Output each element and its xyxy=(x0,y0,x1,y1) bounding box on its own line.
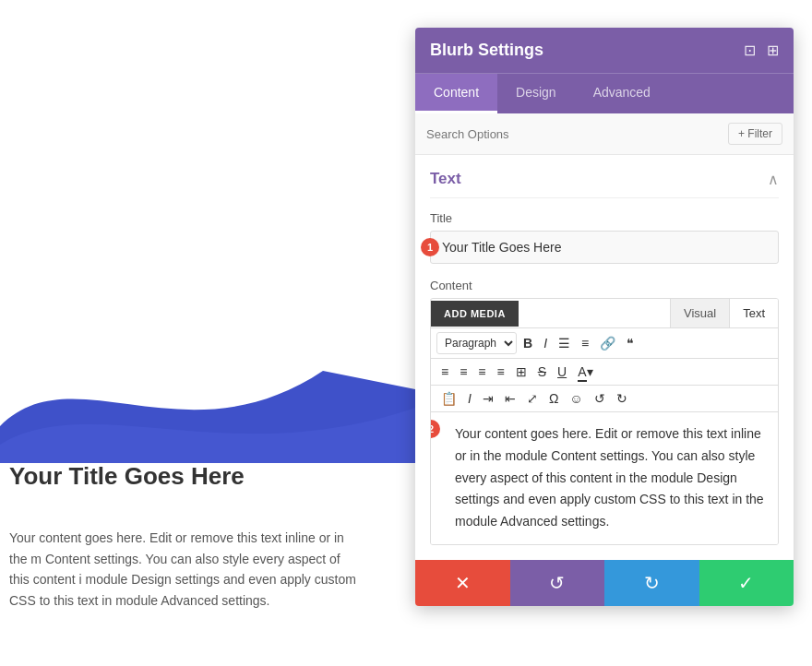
editor-top-bar: ADD MEDIA Visual Text xyxy=(431,299,778,328)
redo-editor-button[interactable]: ↻ xyxy=(612,389,632,408)
expand-icon[interactable]: ⊡ xyxy=(744,42,756,59)
format-bar-row3: 📋 I ⇥ ⇤ ⤢ Ω ☺ ↺ ↻ xyxy=(431,386,778,412)
undo-editor-button[interactable]: ↺ xyxy=(590,389,610,408)
link-button[interactable]: 🔗 xyxy=(595,334,620,352)
text-view-button[interactable]: Text xyxy=(729,299,778,327)
section-header: Text ∧ xyxy=(430,155,779,198)
wave-shape xyxy=(0,279,415,463)
redo-button[interactable]: ↻ xyxy=(604,560,699,606)
undo-button[interactable]: ↺ xyxy=(510,560,605,606)
settings-panel: Blurb Settings ⊡ ⊞ Content Design Advanc… xyxy=(415,28,794,606)
section-title: Text xyxy=(430,170,461,188)
badge-2: 2 xyxy=(430,420,440,438)
editor-text: Your content goes here. Edit or remove t… xyxy=(455,423,767,533)
format-bar-row1: Paragraph B I ☰ ≡ 🔗 ❝ xyxy=(431,328,778,359)
panel-header-icons: ⊡ ⊞ xyxy=(744,42,779,59)
align-left-button[interactable]: ≡ xyxy=(436,363,453,381)
tab-design[interactable]: Design xyxy=(497,74,575,113)
canvas-title: Your Title Goes Here xyxy=(9,462,245,491)
search-input[interactable] xyxy=(426,127,728,141)
section-toggle-icon[interactable]: ∧ xyxy=(768,171,779,188)
panel-header: Blurb Settings ⊡ ⊞ xyxy=(415,28,794,73)
panel-tabs: Content Design Advanced xyxy=(415,73,794,113)
panel-title: Blurb Settings xyxy=(430,41,543,60)
underline-button[interactable]: U xyxy=(553,363,571,381)
outdent-button[interactable]: ⇤ xyxy=(500,389,520,408)
indent-button[interactable]: ⇥ xyxy=(478,389,498,408)
visual-view-button[interactable]: Visual xyxy=(670,299,729,327)
badge-1: 1 xyxy=(421,238,439,256)
text-color-button[interactable]: A▾ xyxy=(573,363,597,381)
cancel-button[interactable]: ✕ xyxy=(415,560,510,606)
editor-toolbar: ADD MEDIA Visual Text Paragraph B I ☰ ≡ … xyxy=(430,298,779,545)
search-bar: + Filter xyxy=(415,113,794,155)
paste-button[interactable]: 📋 xyxy=(436,389,461,408)
ordered-list-button[interactable]: ≡ xyxy=(577,334,593,352)
special-char-button[interactable]: Ω xyxy=(544,389,563,408)
tab-advanced[interactable]: Advanced xyxy=(575,74,669,113)
editor-content-area[interactable]: 2 Your content goes here. Edit or remove… xyxy=(431,412,778,544)
italic-button[interactable]: I xyxy=(539,334,552,352)
columns-icon[interactable]: ⊞ xyxy=(767,42,779,59)
justify-button[interactable]: ≡ xyxy=(493,363,509,381)
align-center-button[interactable]: ≡ xyxy=(455,363,472,381)
tab-content[interactable]: Content xyxy=(415,74,497,113)
panel-body: Text ∧ Title 1 Content ADD MEDIA Visual … xyxy=(415,155,794,560)
canvas-content: Your content goes here. Edit or remove t… xyxy=(9,528,360,611)
content-field-label: Content xyxy=(430,279,779,292)
title-field-label: Title xyxy=(430,211,779,225)
view-toggle: Visual Text xyxy=(670,299,778,327)
blockquote-button[interactable]: ❝ xyxy=(622,334,639,352)
panel-footer: ✕ ↺ ↻ ✓ xyxy=(415,560,794,606)
italic2-button[interactable]: I xyxy=(463,389,476,408)
title-field-wrap: 1 xyxy=(430,231,779,264)
emoji-button[interactable]: ☺ xyxy=(565,389,587,408)
strikethrough-button[interactable]: S xyxy=(533,363,551,381)
filter-button[interactable]: + Filter xyxy=(728,123,782,145)
bold-button[interactable]: B xyxy=(519,334,537,352)
title-input[interactable] xyxy=(430,231,779,264)
unordered-list-button[interactable]: ☰ xyxy=(554,334,575,352)
fullscreen-button[interactable]: ⤢ xyxy=(522,389,543,408)
align-right-button[interactable]: ≡ xyxy=(473,363,490,381)
save-button[interactable]: ✓ xyxy=(699,560,794,606)
format-bar-row2: ≡ ≡ ≡ ≡ ⊞ S U A▾ xyxy=(431,359,778,386)
paragraph-select[interactable]: Paragraph xyxy=(436,332,517,354)
table-button[interactable]: ⊞ xyxy=(511,363,531,381)
add-media-button[interactable]: ADD MEDIA xyxy=(431,301,519,327)
